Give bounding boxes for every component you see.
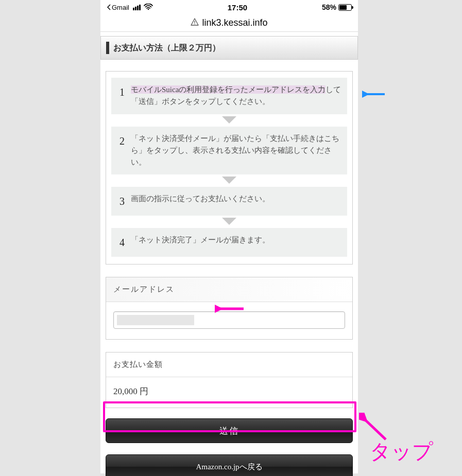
phone-frame: Gmail 17:50 58% link3.kessai.info お支払い方法… (100, 0, 358, 473)
back-to-app[interactable]: Gmail (107, 4, 129, 11)
step-text: 「ネット決済完了」メールが届きます。 (128, 234, 270, 251)
status-right: 58% (322, 3, 352, 11)
back-to-amazon-button[interactable]: Amazon.co.jpへ戻る (106, 454, 353, 476)
step-number: 2 (116, 133, 128, 169)
step-number: 3 (116, 193, 128, 209)
step-item: 3 画面の指示に従ってお支払いください。 (111, 187, 347, 216)
amount-label: お支払い金額 (106, 352, 352, 377)
svg-line-5 (364, 419, 386, 439)
status-bar: Gmail 17:50 58% (100, 0, 358, 14)
step-item: 2 「ネット決済受付メール」が届いたら「支払い手続きはこちら」をタップし、表示さ… (111, 127, 347, 175)
payment-method-title: お支払い方法（上限２万円） (113, 43, 220, 54)
amount-card: お支払い金額 20,000 円 (106, 352, 353, 408)
step-separator (111, 216, 347, 228)
step-number: 1 (116, 84, 128, 108)
cellular-signal-icon (133, 5, 141, 10)
step-text: モバイルSuicaの利用登録を行ったメールアドレスを入力して「送信」ボタンをタッ… (128, 84, 342, 108)
amount-value: 20,000 円 (106, 377, 352, 408)
step-number: 4 (116, 234, 128, 251)
svg-rect-2 (195, 24, 195, 24)
submit-button[interactable]: 送信 (106, 418, 353, 443)
annotation-arrow-blue (362, 86, 387, 102)
insecure-site-icon (191, 18, 199, 28)
annotation-arrow-pink-submit (359, 413, 395, 449)
svg-point-0 (148, 8, 149, 10)
steps-card: 1 モバイルSuicaの利用登録を行ったメールアドレスを入力して「送信」ボタンを… (106, 71, 353, 265)
wifi-icon (144, 3, 153, 12)
battery-percent: 58% (322, 3, 336, 11)
back-app-label: Gmail (112, 4, 129, 11)
step-item: 1 モバイルSuicaの利用登録を行ったメールアドレスを入力して「送信」ボタンを… (111, 78, 347, 114)
status-time: 17:50 (228, 3, 247, 12)
email-field[interactable] (113, 311, 345, 329)
status-left: Gmail (107, 3, 153, 12)
email-card: メールアドレス (106, 277, 353, 340)
step-item: 4 「ネット決済完了」メールが届きます。 (111, 228, 347, 257)
email-label: メールアドレス (106, 277, 352, 302)
annotation-tap-label: タップ (370, 437, 433, 466)
back-caret-icon (107, 4, 111, 10)
email-value-redacted (117, 315, 194, 325)
submit-button-label: 送信 (219, 425, 239, 437)
step-separator (111, 174, 347, 187)
battery-icon (338, 4, 352, 11)
step-text: 「ネット決済受付メール」が届いたら「支払い手続きはこちら」をタップし、表示される… (128, 133, 342, 169)
url-domain: link3.kessai.info (202, 17, 267, 28)
page-content: お支払い方法（上限２万円） 1 モバイルSuicaの利用登録を行ったメールアドレ… (100, 32, 358, 476)
step-text: 画面の指示に従ってお支払いください。 (128, 193, 270, 209)
chevron-down-icon (222, 116, 236, 124)
payment-method-header: お支払い方法（上限２万円） (100, 36, 358, 60)
svg-rect-1 (195, 21, 195, 23)
browser-url-bar[interactable]: link3.kessai.info (100, 14, 358, 32)
back-button-label: Amazon.co.jpへ戻る (196, 462, 262, 472)
step-separator (111, 114, 347, 127)
chevron-down-icon (222, 218, 236, 225)
chevron-down-icon (222, 177, 236, 184)
